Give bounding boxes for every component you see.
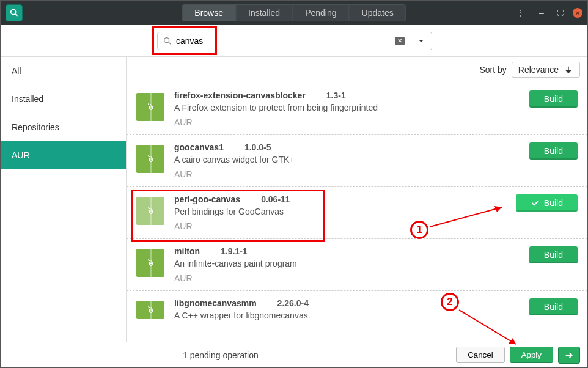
tab-browse[interactable]: Browse [182,5,236,21]
sidebar-item-all[interactable]: All [1,57,126,85]
package-row[interactable]: 🖰 milton 1.9.1-1 An infinite-canvas pain… [127,238,587,290]
sidebar-item-installed[interactable]: Installed [1,85,126,113]
build-button[interactable]: Build [529,298,578,315]
sort-row: Sort by Relevance [127,57,587,83]
sidebar: All Installed Repositories AUR [1,57,127,342]
package-icon: 🖰 [136,301,164,319]
svg-point-0 [11,10,16,15]
svg-point-2 [164,37,169,42]
sidebar-item-repositories[interactable]: Repositories [1,113,126,141]
package-description: Perl bindings for GooCanvas [174,207,516,216]
package-name: perl-goo-canvas [174,194,240,204]
package-source: AUR [174,221,516,231]
svg-line-3 [169,42,171,44]
close-icon[interactable]: ✕ [573,8,582,18]
package-description: A cairo canvas widget for GTK+ [174,155,529,164]
view-tabs: Browse Installed Pending Updates [182,4,406,21]
package-description: An infinite-canvas paint program [174,259,529,268]
package-name: milton [174,246,200,256]
package-row[interactable]: 🖰 goocanvas1 1.0.0-5 A cairo canvas widg… [127,134,587,186]
window-controls: ⋮ – ⛶ ✕ [513,7,582,18]
package-source: AUR [174,273,529,283]
package-description: A Firefox extension to protect from bein… [174,103,529,112]
sidebar-item-aur[interactable]: AUR [1,141,126,169]
package-name: firefox-extension-canvasblocker [174,90,306,100]
build-button[interactable]: Build [529,90,578,108]
package-source: AUR [174,117,529,127]
build-button[interactable]: Build [529,246,578,263]
package-name: goocanvas1 [174,142,224,152]
footer: 1 pending operation Cancel Apply [1,342,587,367]
apply-button[interactable]: Apply [510,347,553,363]
package-source: AUR [174,169,529,179]
package-icon: 🖰 [136,249,164,277]
check-icon [531,198,540,208]
package-version: 1.9.1-1 [221,246,248,256]
sort-value: Relevance [518,65,559,75]
build-button[interactable]: Build [529,142,578,160]
details-button[interactable] [558,347,580,364]
minimize-icon[interactable]: – [536,7,547,18]
search-toggle-button[interactable] [6,4,23,21]
search-row: ✕ [1,25,587,57]
results-panel: Sort by Relevance 🖰 firefox-extension-ca… [127,57,587,342]
cancel-button[interactable]: Cancel [456,347,505,363]
package-icon: 🖰 [136,93,164,121]
tab-installed[interactable]: Installed [236,5,293,21]
search-input[interactable] [172,36,395,46]
package-version: 1.0.0-5 [244,142,271,152]
search-icon [163,36,172,46]
package-row[interactable]: 🖰 firefox-extension-canvasblocker 1.3-1 … [127,83,587,134]
package-icon: 🖰 [136,197,164,225]
sort-arrow-icon [564,65,573,75]
package-row[interactable]: 🖰 perl-goo-canvas 0.06-11 Perl bindings … [127,186,587,238]
package-name: libgnomecanvasmm [174,298,257,308]
build-button[interactable]: Build [516,194,578,212]
search-icon [9,8,19,18]
search-dropdown-button[interactable] [410,32,432,50]
package-icon: 🖰 [136,145,164,173]
arrow-right-icon [564,350,574,360]
package-version: 0.06-11 [261,194,290,204]
clear-icon[interactable]: ✕ [395,37,405,45]
package-description: A C++ wrapper for libgnomecanvas. [174,311,529,320]
tab-updates[interactable]: Updates [350,5,406,21]
package-row[interactable]: 🖰 libgnomecanvasmm 2.26.0-4 A C++ wrappe… [127,290,587,323]
package-version: 2.26.0-4 [277,298,309,308]
menu-icon[interactable]: ⋮ [513,8,529,18]
package-version: 1.3-1 [326,90,346,100]
search-field[interactable]: ✕ [157,32,410,50]
titlebar: Browse Installed Pending Updates ⋮ – ⛶ ✕ [1,1,587,25]
tab-pending[interactable]: Pending [293,5,349,21]
sort-label: Sort by [479,65,506,75]
maximize-icon[interactable]: ⛶ [554,7,565,18]
sort-select[interactable]: Relevance [512,62,580,78]
pending-status: 1 pending operation [183,350,259,360]
svg-line-1 [15,14,18,17]
chevron-down-icon [416,36,426,46]
